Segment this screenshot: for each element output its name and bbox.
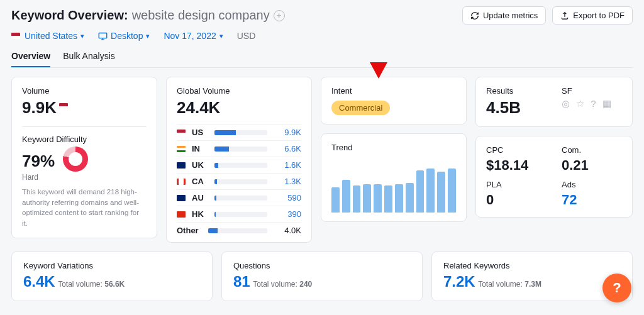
intent-card: Intent Commercial	[321, 77, 467, 124]
date-filter[interactable]: Nov 17, 2022▾	[164, 31, 223, 41]
export-icon	[560, 11, 569, 20]
update-metrics-label: Update metrics	[483, 11, 538, 20]
related-keywords-card[interactable]: Related Keywords 7.2K Total volume: 7.3M	[431, 251, 633, 301]
keyword-variations-card[interactable]: Keyword Variations 6.4K Total volume: 56…	[11, 251, 213, 301]
gv-row[interactable]: IN6.6K	[177, 141, 301, 157]
svg-rect-0	[99, 33, 107, 38]
chevron-down-icon: ▾	[146, 32, 150, 40]
questions-title: Questions	[233, 261, 411, 270]
cpc-label: CPC	[486, 145, 547, 155]
kd-note: This keyword will demand 218 high-author…	[22, 187, 147, 229]
add-keyword-button[interactable]: +	[274, 10, 285, 21]
flag-in-icon	[177, 146, 186, 152]
export-pdf-button[interactable]: Export to PDF	[552, 6, 633, 25]
gv-row[interactable]: US9.9K	[177, 124, 301, 141]
global-volume-value: 24.4K	[177, 98, 301, 118]
flag-us-icon	[11, 33, 20, 39]
stats-bottom-card: CPC $18.14 Com. 0.21 PLA 0 Ads 72	[475, 136, 633, 218]
keyword-name: website design company	[132, 8, 270, 23]
tab-bulk-analysis[interactable]: Bulk Analysis	[63, 51, 114, 67]
flag-ca-icon	[177, 179, 186, 185]
device-filter[interactable]: Desktop▾	[98, 31, 150, 41]
flag-au-icon	[177, 195, 186, 201]
results-value: 4.5B	[486, 98, 547, 118]
country-filter[interactable]: United States▾	[11, 31, 84, 41]
variations-title: Keyword Variations	[23, 261, 201, 270]
export-pdf-label: Export to PDF	[573, 11, 625, 20]
intent-badge: Commercial	[331, 101, 390, 115]
kd-donut-icon	[63, 146, 88, 172]
chevron-down-icon: ▾	[219, 32, 223, 40]
kd-level: Hard	[22, 173, 147, 182]
update-metrics-button[interactable]: Update metrics	[462, 6, 546, 25]
ads-value[interactable]: 72	[562, 192, 622, 208]
com-label: Com.	[562, 145, 622, 155]
gv-row[interactable]: CA1.3K	[177, 174, 301, 190]
chevron-down-icon: ▾	[80, 32, 84, 40]
questions-value: 81	[233, 273, 250, 290]
flag-hk-icon	[177, 211, 186, 218]
trend-label: Trend	[331, 143, 456, 152]
related-value: 7.2K	[443, 273, 475, 290]
kd-percent: 79%	[22, 152, 55, 171]
page-title-prefix: Keyword Overview:	[11, 8, 128, 23]
help-button[interactable]: ?	[602, 274, 631, 302]
flag-us-icon	[59, 103, 68, 109]
intent-label: Intent	[331, 86, 456, 96]
volume-card: Volume 9.9K Keyword Difficulty 79% Hard …	[11, 77, 157, 238]
flag-uk-icon	[177, 162, 186, 169]
results-label: Results	[486, 86, 547, 96]
gv-row[interactable]: AU590	[177, 190, 301, 206]
gv-row-other: Other 4.0K	[177, 223, 301, 238]
com-value: 0.21	[562, 157, 622, 174]
gv-row[interactable]: UK1.6K	[177, 157, 301, 174]
stats-top-card: Results 4.5B SF ◎ ☆ ? ▦	[475, 77, 633, 127]
questions-card[interactable]: Questions 81 Total volume: 240	[221, 251, 423, 301]
sf-label: SF	[562, 86, 622, 96]
gv-row[interactable]: HK390	[177, 206, 301, 223]
global-volume-label: Global Volume	[177, 86, 301, 96]
trend-card: Trend	[321, 133, 467, 222]
volume-label: Volume	[22, 86, 147, 96]
kd-label: Keyword Difficulty	[22, 135, 147, 144]
volume-value: 9.9K	[22, 98, 57, 117]
flag-us-icon	[177, 130, 186, 136]
currency-label: USD	[237, 31, 256, 41]
tab-overview[interactable]: Overview	[11, 51, 50, 67]
serp-features-icons: ◎ ☆ ? ▦	[562, 98, 622, 109]
ads-label: Ads	[562, 180, 622, 189]
related-title: Related Keywords	[443, 261, 621, 270]
pla-label: PLA	[486, 180, 547, 189]
desktop-icon	[98, 32, 108, 40]
global-volume-card: Global Volume 24.4K US9.9KIN6.6KUK1.6KCA…	[166, 77, 312, 243]
trend-chart	[331, 156, 456, 213]
annotation-arrow-icon	[365, 35, 392, 79]
cpc-value: $18.14	[486, 157, 547, 174]
refresh-icon	[470, 11, 479, 20]
pla-value: 0	[486, 192, 547, 208]
variations-value: 6.4K	[23, 273, 55, 290]
